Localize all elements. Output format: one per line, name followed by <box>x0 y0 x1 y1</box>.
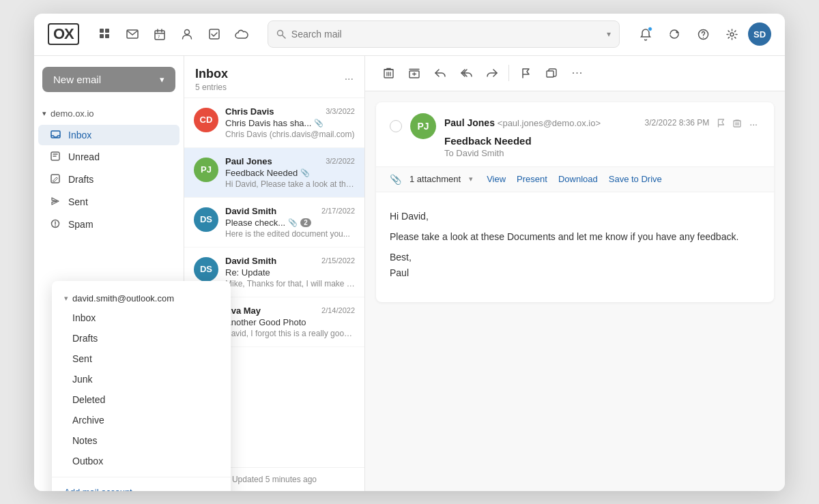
sidebar-item-inbox[interactable]: Inbox ··· <box>38 125 179 145</box>
inbox-label: Inbox <box>68 130 91 140</box>
search-bar[interactable]: ▾ <box>268 20 620 48</box>
email-date: 3/2/2022 <box>326 157 355 165</box>
sidebar-item-spam[interactable]: Spam <box>38 214 179 235</box>
body-greeting: Hi David, <box>390 209 760 224</box>
demo-account-header[interactable]: ▾ demo.ox.io <box>42 106 175 121</box>
calendar-icon-btn[interactable]: 7 <box>147 22 172 46</box>
gear-icon <box>726 29 738 40</box>
email-content: Paul Jones 3/2/2022 Feedback Needed 📎 Hi… <box>225 156 355 189</box>
user-avatar[interactable]: SD <box>748 23 771 46</box>
dropdown-item-archive[interactable]: Archive <box>52 410 231 430</box>
dropdown-item-notes[interactable]: Notes <box>52 430 231 451</box>
entry-count: 5 entries <box>195 83 228 92</box>
new-email-button[interactable]: New email ▾ <box>42 67 175 92</box>
email-list-header: Inbox 5 entries ··· <box>184 56 364 98</box>
topbar: OX <box>34 14 785 56</box>
dropdown-item-inbox[interactable]: Inbox <box>52 308 231 328</box>
help-icon <box>698 29 709 40</box>
email-content: David Smith 2/17/2022 Please check... 📎 … <box>225 206 355 239</box>
forward-button[interactable] <box>480 61 504 85</box>
list-item[interactable]: CD Chris Davis 3/3/2022 Chris Davis has … <box>184 98 364 148</box>
mail-icon-btn[interactable] <box>120 22 145 46</box>
help-button[interactable] <box>691 22 715 46</box>
email-subject: Another Good Photo <box>225 317 355 327</box>
dropdown-item-sent[interactable]: Sent <box>52 349 231 369</box>
svg-point-11 <box>702 37 703 38</box>
email-select-circle[interactable] <box>390 120 402 132</box>
sidebar-item-unread[interactable]: Unread <box>38 147 179 168</box>
message-flag-button[interactable] <box>715 116 728 132</box>
cloud-icon <box>235 29 248 39</box>
inbox-icon <box>49 130 61 140</box>
new-email-label: New email <box>53 74 101 85</box>
flag-button[interactable] <box>513 61 538 85</box>
calendar-icon: 7 <box>154 29 165 40</box>
contacts-icon <box>182 29 192 40</box>
delete-button[interactable] <box>376 61 401 85</box>
tasks-icon-btn[interactable] <box>202 22 227 46</box>
view-attachment-button[interactable]: View <box>487 174 506 184</box>
email-date: 3/3/2022 <box>326 107 355 115</box>
dropdown-archive-label: Archive <box>72 415 104 426</box>
message-more-button[interactable]: ··· <box>747 116 760 132</box>
from-address: <paul.jones@demo.ox.io> <box>498 118 601 128</box>
cloud-icon-btn[interactable] <box>229 22 254 46</box>
list-item[interactable]: PJ Paul Jones 3/2/2022 Feedback Needed 📎… <box>184 148 364 198</box>
dropdown-account-header[interactable]: ▾ david.smith@outlook.com <box>52 289 231 308</box>
main-content: New email ▾ ▾ demo.ox.io Inbox ··· <box>34 56 785 491</box>
dropdown-item-deleted[interactable]: Deleted <box>52 389 231 410</box>
more-icon: ··· <box>572 67 583 79</box>
forward-icon <box>487 68 498 78</box>
message-delete-button[interactable] <box>730 116 744 132</box>
move-button[interactable] <box>539 61 564 85</box>
email-subject: Chris Davis has sha... 📎 <box>225 118 355 128</box>
account-chevron-icon: ▾ <box>42 109 46 118</box>
email-view-content: PJ Paul Jones <paul.jones@demo.ox.io> 3/… <box>365 91 785 491</box>
dropdown-item-junk[interactable]: Junk <box>52 369 231 389</box>
app-window: OX <box>34 14 785 491</box>
drafts-label: Drafts <box>68 174 94 185</box>
account-section: ▾ demo.ox.io <box>34 103 184 124</box>
email-view: ··· PJ Paul Jones <paul <box>365 56 785 491</box>
attachment-bar: 📎 1 attachment ▾ View Present Download S… <box>376 167 774 192</box>
settings-button[interactable] <box>719 22 744 46</box>
dropdown-item-outbox[interactable]: Outbox <box>52 451 231 471</box>
email-preview: Here is the edited document you... <box>225 229 355 239</box>
download-attachment-button[interactable]: Download <box>558 174 598 184</box>
more-actions-button[interactable]: ··· <box>565 61 590 85</box>
contacts-icon-btn[interactable] <box>175 22 199 46</box>
archive-button[interactable] <box>402 61 427 85</box>
topbar-right: SD <box>633 22 771 46</box>
email-date: 2/15/2022 <box>321 256 355 265</box>
email-list-more-button[interactable]: ··· <box>345 73 354 85</box>
dropdown-notes-label: Notes <box>72 435 98 446</box>
present-attachment-button[interactable]: Present <box>517 174 547 184</box>
search-input[interactable] <box>291 29 601 40</box>
save-to-drive-button[interactable]: Save to Drive <box>609 174 662 184</box>
reply-button[interactable] <box>428 61 452 85</box>
dropdown-drafts-label: Drafts <box>72 333 98 344</box>
email-preview: Mike, Thanks for that, I will make sure … <box>225 279 355 288</box>
attachment-icon: 📎 <box>288 218 298 227</box>
dropdown-chevron-icon: ▾ <box>64 294 68 303</box>
email-date: 2/17/2022 <box>321 207 355 215</box>
svg-rect-8 <box>210 29 219 39</box>
sent-label: Sent <box>68 196 88 207</box>
email-card-header: PJ Paul Jones <paul.jones@demo.ox.io> 3/… <box>376 102 774 167</box>
sidebar-item-drafts[interactable]: Drafts <box>38 169 179 190</box>
dropdown-item-drafts[interactable]: Drafts <box>52 328 231 349</box>
mail-icon <box>126 29 139 39</box>
list-item[interactable]: DS David Smith 2/17/2022 Please check...… <box>184 198 364 248</box>
sidebar-item-sent[interactable]: Sent <box>38 192 179 213</box>
attachment-actions: View Present Download Save to Drive <box>487 174 662 184</box>
refresh-button[interactable] <box>662 22 687 46</box>
move-icon <box>546 68 557 78</box>
flag-icon-small <box>717 119 725 128</box>
email-subject: Please check... 📎 2 <box>225 218 355 228</box>
notifications-button[interactable] <box>633 22 658 46</box>
reply-all-button[interactable] <box>454 61 478 85</box>
add-mail-account-link[interactable]: Add mail account <box>52 483 231 491</box>
email-sender: Paul Jones <box>225 156 272 166</box>
grid-icon-btn[interactable] <box>93 22 117 46</box>
svg-point-12 <box>730 33 734 36</box>
